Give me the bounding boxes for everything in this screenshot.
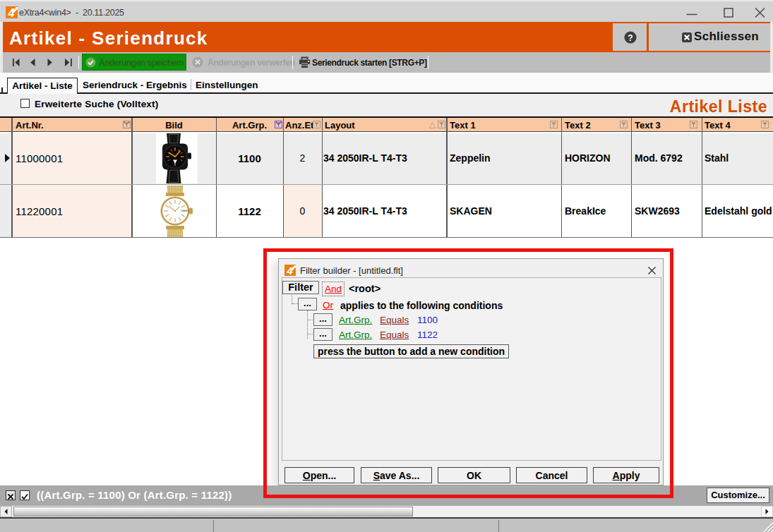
svg-text:?: ? [628, 33, 633, 43]
svg-text:SKAGEN: SKAGEN [181, 210, 189, 212]
svg-text:4: 4 [8, 7, 15, 18]
